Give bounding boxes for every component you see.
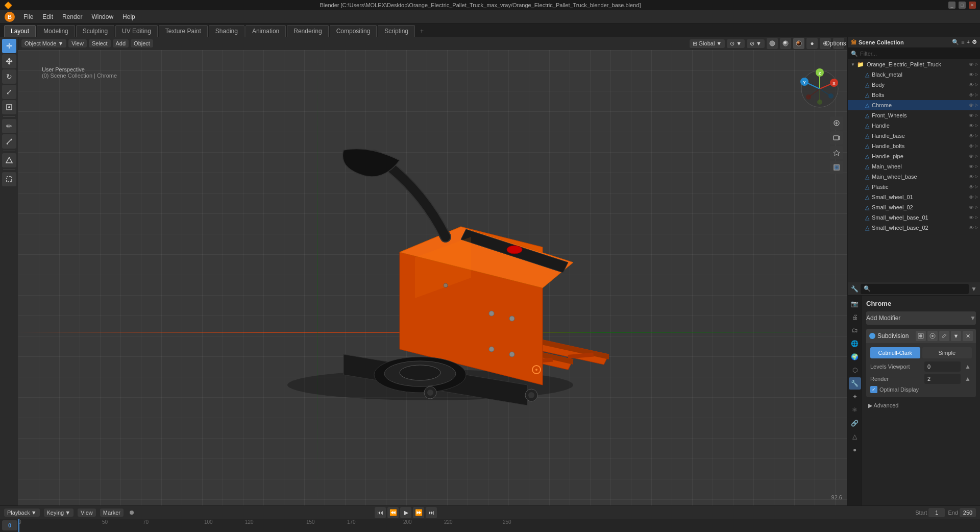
transform-orientation-dropdown[interactable]: ⊞ Global ▼ bbox=[690, 39, 725, 48]
timeline-playback-menu[interactable]: Playback▼ bbox=[4, 509, 40, 517]
object-mode-dropdown[interactable]: Object Mode ▼ bbox=[21, 39, 66, 47]
prop-tab-particles[interactable]: ✦ bbox=[849, 391, 861, 403]
prop-tab-world[interactable]: 🌍 bbox=[849, 351, 861, 363]
snap-toggle[interactable]: ⊘ ▼ bbox=[747, 39, 765, 48]
modifier-more-button[interactable]: ▼ bbox=[951, 331, 961, 341]
menu-edit[interactable]: Edit bbox=[38, 12, 57, 21]
outliner-new-icon[interactable]: + bbox=[967, 39, 970, 45]
viewport-area[interactable]: Object Mode ▼ View Select Add Object ⊞ G… bbox=[18, 37, 847, 505]
outliner-item-handle-pipe[interactable]: △ Handle_pipe 👁 ▷ bbox=[848, 151, 980, 161]
view-menu[interactable]: View bbox=[68, 39, 87, 47]
prop-tab-view-layer[interactable]: 🗂 bbox=[849, 324, 861, 336]
tab-texture-paint[interactable]: Texture Paint bbox=[159, 25, 208, 37]
simple-button[interactable]: Simple bbox=[922, 347, 972, 358]
modifier-close-button[interactable]: ✕ bbox=[963, 331, 973, 341]
next-keyframe-button[interactable]: ⏩ bbox=[413, 507, 424, 518]
skip-to-start-button[interactable]: ⏮ bbox=[375, 507, 386, 518]
viewport-shading-solid[interactable] bbox=[767, 38, 778, 49]
select-toggle[interactable]: ▷ bbox=[975, 195, 978, 200]
menu-help[interactable]: Help bbox=[118, 12, 139, 21]
viewport-canvas[interactable]: User Perspective (0) Scene Collection | … bbox=[18, 50, 847, 505]
visibility-toggle[interactable]: 👁 bbox=[969, 113, 974, 118]
render-value[interactable]: 2 bbox=[924, 374, 961, 384]
catmull-clark-button[interactable]: Catmull-Clark bbox=[870, 347, 920, 358]
modifier-edit-toggle[interactable] bbox=[939, 331, 949, 341]
select-toggle[interactable]: ▷ bbox=[975, 205, 978, 210]
prop-tab-physics[interactable]: ⚛ bbox=[849, 404, 861, 416]
skip-to-end-button[interactable]: ⏭ bbox=[426, 507, 437, 518]
visibility-toggle[interactable]: 👁 bbox=[969, 92, 974, 98]
outliner-filter-icon[interactable]: 🔍 bbox=[952, 39, 959, 45]
select-toggle[interactable]: ▷ bbox=[975, 215, 978, 221]
outliner-item-plastic[interactable]: △ Plastic 👁 ▷ bbox=[848, 182, 980, 192]
visibility-toggle[interactable]: 👁 bbox=[969, 62, 974, 67]
select-toggle[interactable]: ▷ bbox=[975, 225, 978, 231]
measure-tool-button[interactable] bbox=[2, 134, 16, 149]
outliner-item-black-metal[interactable]: △ Black_metal 👁 ▷ bbox=[848, 69, 980, 80]
levels-viewport-value[interactable]: 0 bbox=[924, 361, 961, 372]
tab-shading[interactable]: Shading bbox=[209, 25, 244, 37]
menu-file[interactable]: File bbox=[19, 12, 37, 21]
visibility-toggle[interactable]: 👁 bbox=[969, 215, 974, 221]
timeline-keying-menu[interactable]: Keying▼ bbox=[44, 509, 74, 517]
add-modifier-button[interactable]: Add Modifier ▼ bbox=[866, 311, 976, 325]
tab-layout[interactable]: Layout bbox=[4, 25, 36, 37]
add-menu[interactable]: Add bbox=[113, 39, 129, 47]
outliner-item-main-wheel[interactable]: △ Main_wheel 👁 ▷ bbox=[848, 161, 980, 172]
prop-tab-render[interactable]: 📷 bbox=[849, 298, 861, 310]
annotate-tool-button[interactable]: ✏ bbox=[2, 119, 16, 133]
outliner-item-small-wheel-base-02[interactable]: △ Small_wheel_base_02 👁 ▷ bbox=[848, 223, 980, 233]
transform-tool-button[interactable] bbox=[2, 100, 16, 114]
options-button[interactable]: Options ▼ bbox=[833, 38, 844, 49]
outliner-settings-icon[interactable]: ⚙ bbox=[972, 39, 977, 45]
prop-tab-constraints[interactable]: 🔗 bbox=[849, 417, 861, 429]
play-button[interactable]: ▶ bbox=[400, 507, 411, 518]
tab-modeling[interactable]: Modeling bbox=[37, 25, 75, 37]
select-toggle[interactable]: ▷ bbox=[975, 174, 978, 180]
visibility-toggle[interactable]: 👁 bbox=[969, 164, 974, 170]
scale-tool-button[interactable]: ⤢ bbox=[2, 85, 16, 99]
outliner-item-small-wheel-base-01[interactable]: △ Small_wheel_base_01 👁 ▷ bbox=[848, 212, 980, 223]
outliner-item-small-wheel-01[interactable]: △ Small_wheel_01 👁 ▷ bbox=[848, 192, 980, 202]
end-frame-value[interactable]: 250 bbox=[960, 508, 976, 517]
visibility-toggle[interactable]: 👁 bbox=[969, 72, 974, 78]
close-button[interactable]: ✕ bbox=[969, 2, 976, 9]
outliner-item-chrome[interactable]: △ Chrome 👁 ▷ bbox=[848, 100, 980, 110]
pivot-dropdown[interactable]: ⊙ ▼ bbox=[727, 39, 745, 48]
add-object-button[interactable] bbox=[2, 153, 16, 167]
outliner-sort-icon[interactable]: ≡ bbox=[961, 39, 964, 45]
levels-viewport-plus[interactable]: ▲ bbox=[964, 363, 972, 370]
zoom-to-fit-button[interactable] bbox=[830, 116, 843, 130]
viewport-shading-rendered[interactable] bbox=[793, 38, 804, 49]
advanced-section[interactable]: ▶ Advanced bbox=[866, 400, 976, 411]
viewport-overlays-toggle[interactable]: ● bbox=[806, 38, 818, 49]
render-plus[interactable]: ▲ bbox=[964, 375, 972, 382]
tab-compositing[interactable]: Compositing bbox=[330, 25, 377, 37]
outliner-item-handle-base[interactable]: △ Handle_base 👁 ▷ bbox=[848, 131, 980, 141]
visibility-toggle[interactable]: 👁 bbox=[969, 143, 974, 149]
visibility-toggle[interactable]: 👁 bbox=[969, 174, 974, 180]
render-region-button[interactable] bbox=[830, 161, 843, 174]
walk-navigation-button[interactable] bbox=[830, 146, 843, 159]
tab-rendering[interactable]: Rendering bbox=[287, 25, 328, 37]
timeline-view-menu[interactable]: View bbox=[78, 509, 96, 517]
select-box-button[interactable] bbox=[2, 172, 16, 186]
rotate-tool-button[interactable]: ↻ bbox=[2, 69, 16, 84]
minimize-button[interactable]: _ bbox=[948, 2, 955, 9]
select-toggle[interactable]: ▷ bbox=[975, 143, 978, 149]
visibility-toggle[interactable]: 👁 bbox=[969, 195, 974, 200]
outliner-item-bolts[interactable]: △ Bolts 👁 ▷ bbox=[848, 90, 980, 100]
menu-window[interactable]: Window bbox=[87, 12, 117, 21]
select-toggle[interactable]: ▷ bbox=[975, 113, 978, 118]
select-toggle[interactable]: ▷ bbox=[975, 72, 978, 78]
prop-tab-object[interactable]: ⬡ bbox=[849, 364, 861, 376]
select-toggle[interactable]: ▷ bbox=[975, 62, 978, 67]
prop-tab-material[interactable]: ● bbox=[849, 444, 861, 456]
tab-animation[interactable]: Animation bbox=[246, 25, 286, 37]
select-toggle[interactable]: ▷ bbox=[975, 164, 978, 170]
visibility-toggle[interactable]: 👁 bbox=[969, 103, 974, 108]
visibility-toggle[interactable]: 👁 bbox=[969, 123, 974, 129]
start-frame-value[interactable]: 1 bbox=[928, 508, 945, 517]
visibility-toggle[interactable]: 👁 bbox=[969, 225, 974, 231]
add-workspace-button[interactable]: + bbox=[416, 26, 428, 37]
